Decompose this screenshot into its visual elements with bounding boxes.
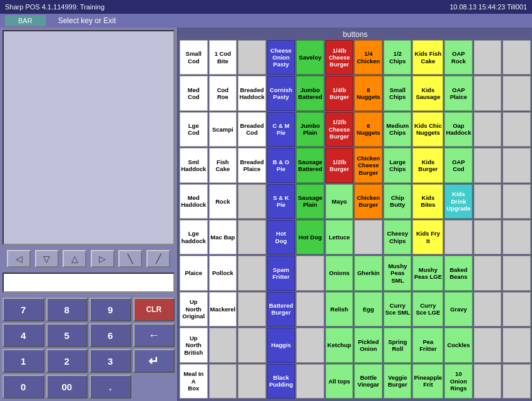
- btn-med-cod[interactable]: MedCod: [180, 76, 208, 110]
- btn-6-nuggets[interactable]: 6Nuggets: [354, 112, 382, 147]
- btn-b-o-pie[interactable]: B & OPie: [267, 148, 295, 182]
- btn-cod-roe[interactable]: CodRoe: [209, 76, 237, 110]
- btn-1-4lb-burger[interactable]: 1/4lbBurger: [325, 76, 354, 110]
- btn-curry-sce-lge[interactable]: CurrySce LGE: [412, 292, 443, 326]
- btn-pickled-onion[interactable]: PickledOnion: [354, 328, 382, 362]
- btn-mushy-peas-sml[interactable]: MushyPeas SML: [384, 256, 412, 290]
- btn-med-haddock[interactable]: MedHaddock: [180, 184, 208, 219]
- btn-chicken-cheese-burger[interactable]: ChickenCheeseBurger: [354, 148, 382, 182]
- btn-chip-butty[interactable]: ChipButty: [384, 184, 412, 219]
- btn-10-onion-rings[interactable]: 10 OnionRings: [444, 364, 473, 398]
- numpad-0[interactable]: 0: [3, 375, 44, 398]
- btn-ketchup[interactable]: Ketchup: [325, 328, 354, 362]
- btn-kids-fry-it[interactable]: Kids FryIt: [412, 220, 443, 254]
- btn-cheesy-chips[interactable]: CheesyChips: [384, 220, 412, 254]
- btn-meal-in-a-box[interactable]: Meal In ABox: [180, 364, 208, 398]
- btn-bottle-vinegar[interactable]: BottleVinegar: [354, 364, 382, 398]
- scroll-down[interactable]: ▽: [35, 250, 59, 268]
- btn-onions[interactable]: Onions: [325, 256, 354, 290]
- btn-rock[interactable]: Rock: [209, 184, 237, 219]
- scroll-right[interactable]: ▷: [91, 250, 115, 268]
- btn-1-cod-bite[interactable]: 1 CodBite: [209, 40, 237, 75]
- numpad-dot[interactable]: .: [90, 375, 131, 398]
- scroll-diag2[interactable]: ╱: [146, 250, 170, 268]
- btn-saveloy[interactable]: Saveloy: [296, 40, 324, 75]
- btn-curry-sce-sml[interactable]: CurrySce SML: [384, 292, 412, 326]
- btn-egg[interactable]: Egg: [354, 292, 382, 326]
- numpad-7[interactable]: 7: [3, 298, 44, 321]
- btn-1-4-chicken[interactable]: 1/4Chicken: [354, 40, 382, 75]
- scroll-up[interactable]: △: [63, 250, 86, 268]
- btn-spam-fritter[interactable]: SpamFritter: [267, 256, 295, 290]
- btn-sausage-battered[interactable]: SausageBattered: [296, 148, 324, 182]
- numpad-back[interactable]: ←: [133, 323, 175, 347]
- btn-baked-beans[interactable]: BakedBeans: [444, 256, 473, 290]
- btn-sml-haddock[interactable]: SmlHaddock: [180, 148, 208, 182]
- btn-oap-cod[interactable]: OAP Cod: [444, 148, 473, 182]
- numpad-enter[interactable]: ↵: [133, 349, 175, 373]
- btn-chicken-burger[interactable]: ChickenBurger: [354, 184, 382, 219]
- btn-kids-drink-upgrade[interactable]: KidsDrinkUpgrade: [444, 184, 473, 219]
- btn-jumbo-plain[interactable]: JumboPlain: [296, 112, 324, 147]
- btn-mackerel[interactable]: Mackerel: [209, 292, 237, 326]
- btn-scampi[interactable]: Scampi: [209, 112, 237, 147]
- numpad-2[interactable]: 2: [46, 349, 88, 373]
- btn-s-k-pie[interactable]: S & KPie: [267, 184, 295, 219]
- scroll-diag1[interactable]: ╲: [118, 250, 142, 268]
- btn-lge-cod[interactable]: LgeCod: [180, 112, 208, 147]
- numpad-1[interactable]: 1: [3, 349, 44, 373]
- btn-kids-sausage[interactable]: KidsSausage: [412, 76, 443, 110]
- btn-black-pudding[interactable]: BlackPudding: [267, 364, 295, 398]
- btn-fish-cake[interactable]: FishCake: [209, 148, 237, 182]
- btn-small-cod[interactable]: SmallCod: [180, 40, 208, 75]
- btn-hot-dog[interactable]: HotDog: [267, 220, 295, 254]
- btn-spring-roll[interactable]: SpringRoll: [384, 328, 412, 362]
- btn-cockles[interactable]: Cockles: [444, 328, 473, 362]
- btn-8-nuggets[interactable]: 8Nuggets: [354, 76, 382, 110]
- btn-medium-chips[interactable]: MediumChips: [384, 112, 412, 147]
- btn-1-2lb-cheese-burger[interactable]: 1/2lbCheeseBurger: [325, 112, 354, 147]
- btn-1-2-chips[interactable]: 1/2Chips: [384, 40, 412, 75]
- btn-pineapple-frit[interactable]: PineappleFrit: [412, 364, 443, 398]
- numpad-00[interactable]: 00: [46, 375, 88, 398]
- btn-small-chips[interactable]: SmallChips: [384, 76, 412, 110]
- btn-breaded-cod[interactable]: BreadedCod: [238, 112, 266, 147]
- btn-gherkin[interactable]: Gherkin: [354, 256, 382, 290]
- btn-1-2lb-burger[interactable]: 1/2lbBurger: [325, 148, 354, 182]
- numpad-3[interactable]: 3: [90, 349, 131, 373]
- btn-kids-fish-cake[interactable]: Kids FishCake: [412, 40, 443, 75]
- btn-lettuce[interactable]: Lettuce: [325, 220, 354, 254]
- btn-kids-burger[interactable]: KidsBurger: [412, 148, 443, 182]
- btn-kids-chic-nuggets[interactable]: Kids ChicNuggets: [412, 112, 443, 147]
- btn-mayo[interactable]: Mayo: [325, 184, 354, 219]
- btn-up-north-british[interactable]: Up NorthBritish: [180, 328, 208, 362]
- numpad-clr[interactable]: CLR: [133, 298, 175, 321]
- btn-cheese-onion-pasty[interactable]: CheeseOnionPasty: [267, 40, 295, 75]
- btn-1-4lb-cheese-burger[interactable]: 1/4lbCheeseBurger: [325, 40, 354, 75]
- btn-oap-rock[interactable]: OAPRock: [444, 40, 473, 75]
- btn-oap-plaice[interactable]: OAPPlaice: [444, 76, 473, 110]
- btn-breaded-plaice[interactable]: BreadedPlaice: [238, 148, 266, 182]
- btn-veggie-burger[interactable]: VeggieBurger: [384, 364, 412, 398]
- btn-gravy[interactable]: Gravy: [444, 292, 473, 326]
- btn-haggis[interactable]: Haggis: [267, 328, 295, 362]
- btn-hot-dog-plain[interactable]: Hot Dog: [296, 220, 324, 254]
- numpad-4[interactable]: 4: [3, 323, 44, 347]
- btn-mushy-peas-lge[interactable]: MushyPeas LGE: [412, 256, 443, 290]
- btn-large-chips[interactable]: LargeChips: [384, 148, 412, 182]
- numpad-8[interactable]: 8: [46, 298, 88, 321]
- btn-kids-bites[interactable]: KidsBites: [412, 184, 443, 219]
- btn-pea-fritter[interactable]: PeaFritter: [412, 328, 443, 362]
- numpad-5[interactable]: 5: [46, 323, 88, 347]
- btn-c-m-pie[interactable]: C & MPie: [267, 112, 295, 147]
- btn-jumbo-battered[interactable]: JumboBattered: [296, 76, 324, 110]
- btn-plaice[interactable]: Plaice: [180, 256, 208, 290]
- btn-mac-bap[interactable]: Mac Bap: [209, 220, 237, 254]
- btn-cornish-pasty[interactable]: CornishPasty: [267, 76, 295, 110]
- btn-up-north-original[interactable]: Up NorthOriginal: [180, 292, 208, 326]
- btn-pollock[interactable]: Pollock: [209, 256, 237, 290]
- scroll-left[interactable]: ◁: [7, 250, 31, 268]
- numpad-6[interactable]: 6: [90, 323, 131, 347]
- numpad-9[interactable]: 9: [90, 298, 131, 321]
- btn-lge-haddock[interactable]: Lgehaddock: [180, 220, 208, 254]
